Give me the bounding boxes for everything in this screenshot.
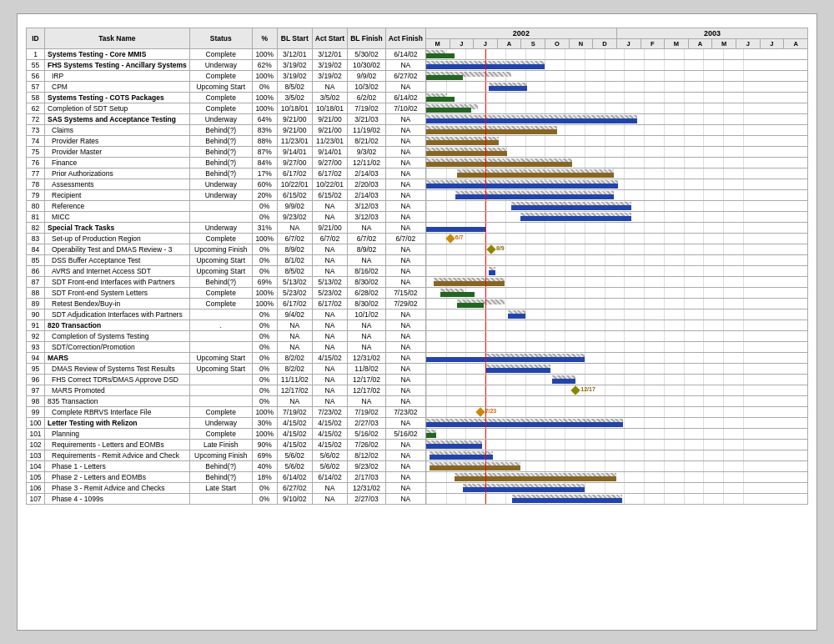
cell-pct: 100%	[252, 288, 277, 299]
table-row: 98 835 Transaction 0% NA NA NA NA	[27, 396, 808, 407]
cell-gantt	[425, 201, 807, 212]
cell-task: MARS	[45, 353, 190, 364]
cell-pct: 87%	[252, 147, 277, 158]
cell-bl-finish: 8/9/02	[348, 244, 386, 255]
cell-act-finish: 5/16/02	[385, 429, 425, 440]
cell-task: Requirements - Remit Advice and Check	[45, 450, 190, 461]
cell-act-finish: NA	[385, 494, 425, 505]
table-row: 56 IRP Complete 100% 3/19/02 3/19/02 9/9…	[27, 71, 808, 82]
cell-pct: 100%	[252, 429, 277, 440]
cell-bl-start: 12/17/02	[277, 385, 312, 396]
cell-id: 74	[27, 136, 45, 147]
cell-act-finish: NA	[385, 440, 425, 450]
cell-status: Complete	[189, 429, 252, 440]
table-row: 75 Provider Master Behind(?) 87% 9/14/01…	[27, 147, 808, 158]
table-row: 91 820 Transaction . 0% NA NA NA NA	[27, 320, 808, 331]
cell-gantt	[425, 60, 807, 71]
cell-id: 83	[27, 234, 45, 244]
cell-status: Behind(?)	[189, 277, 252, 288]
table-row: 77 Prior Authorizations Behind(?) 17% 6/…	[27, 169, 808, 179]
cell-bl-start: NA	[277, 223, 312, 234]
cell-id: 97	[27, 385, 45, 396]
cell-task: DSS Buffer Acceptance Test	[45, 255, 190, 266]
cell-status	[189, 331, 252, 342]
cell-bl-finish: 7/19/02	[348, 103, 386, 114]
cell-task: 835 Transaction	[45, 396, 190, 407]
cell-bl-finish: 2/17/03	[348, 472, 386, 483]
table-row: 76 Finance Behind(?) 84% 9/27/00 9/27/00…	[27, 158, 808, 169]
cell-task: MARS Promoted	[45, 385, 190, 396]
cell-pct: 0%	[252, 320, 277, 331]
cell-task: SDT/Correction/Promotion	[45, 342, 190, 353]
cell-act-finish: NA	[385, 277, 425, 288]
cell-gantt	[425, 277, 807, 288]
month-j1: J	[450, 39, 474, 49]
table-row: 107 Phase 4 - 1099s 0% 9/10/02 NA 2/27/0…	[27, 494, 808, 505]
cell-gantt: 12/17	[425, 385, 807, 396]
cell-pct: 100%	[252, 93, 277, 103]
cell-task: Letter Testing with Relizon	[45, 418, 190, 429]
cell-act-start: NA	[312, 375, 347, 385]
table-row: 78 Assessments Underway 60% 10/22/01 10/…	[27, 179, 808, 190]
cell-bl-finish: 2/14/03	[348, 190, 386, 201]
cell-bl-finish: 8/30/02	[348, 299, 386, 309]
cell-id: 81	[27, 212, 45, 223]
cell-id: 93	[27, 342, 45, 353]
cell-status: Behind(?)	[189, 136, 252, 147]
cell-gantt	[425, 309, 807, 320]
month-s1: S	[521, 39, 545, 49]
cell-bl-finish: 2/27/03	[348, 494, 386, 505]
cell-pct: 0%	[252, 255, 277, 266]
cell-pct: 20%	[252, 190, 277, 201]
cell-bl-finish: 8/21/02	[348, 136, 386, 147]
cell-act-finish: NA	[385, 375, 425, 385]
table-row: 83 Set-up of Production Region Complete …	[27, 234, 808, 244]
cell-status: Complete	[189, 71, 252, 82]
cell-bl-finish: 8/12/02	[348, 450, 386, 461]
cell-pct: 60%	[252, 179, 277, 190]
cell-status: Underway	[189, 223, 252, 234]
cell-status: Complete	[189, 407, 252, 418]
cell-bl-start: 6/7/02	[277, 234, 312, 244]
cell-act-start: 10/18/01	[312, 103, 347, 114]
cell-id: 101	[27, 429, 45, 440]
cell-status: Complete	[189, 93, 252, 103]
cell-pct: 100%	[252, 234, 277, 244]
table-row: 62 Completion of SDT Setup Complete 100%…	[27, 103, 808, 114]
table-row: 105 Phase 2 - Letters and EOMBs Behind(?…	[27, 472, 808, 483]
cell-pct: 0%	[252, 266, 277, 277]
cell-bl-start: 5/13/02	[277, 277, 312, 288]
cell-act-finish: NA	[385, 136, 425, 147]
cell-pct: 18%	[252, 472, 277, 483]
cell-bl-finish: 3/12/03	[348, 212, 386, 223]
cell-id: 77	[27, 169, 45, 179]
cell-task: Phase 4 - 1099s	[45, 494, 190, 505]
cell-id: 91	[27, 320, 45, 331]
cell-act-finish: NA	[385, 364, 425, 375]
cell-status: Underway	[189, 190, 252, 201]
cell-id: 94	[27, 353, 45, 364]
table-row: 74 Provider Rates Behind(?) 88% 11/23/01…	[27, 136, 808, 147]
cell-act-start: 6/7/02	[312, 234, 347, 244]
cell-bl-start: 5/6/02	[277, 450, 312, 461]
cell-id: 105	[27, 472, 45, 483]
cell-bl-finish: NA	[348, 331, 386, 342]
cell-bl-finish: 10/3/02	[348, 82, 386, 93]
cell-status	[189, 212, 252, 223]
col-bl-finish: BL Finish	[348, 28, 386, 49]
cell-act-start: 6/17/02	[312, 299, 347, 309]
cell-gantt	[425, 472, 807, 483]
table-row: 1 Systems Testing - Core MMIS Complete 1…	[27, 49, 808, 60]
table-wrapper: ID Task Name Status % BL Start Act Start…	[26, 28, 808, 505]
cell-gantt	[425, 212, 807, 223]
month-j5: J	[760, 39, 784, 49]
cell-pct: 0%	[252, 212, 277, 223]
cell-act-start: NA	[312, 201, 347, 212]
cell-act-finish: NA	[385, 266, 425, 277]
cell-task: Reference	[45, 201, 190, 212]
cell-gantt	[425, 158, 807, 169]
cell-pct: 69%	[252, 277, 277, 288]
cell-task: MICC	[45, 212, 190, 223]
cell-id: 90	[27, 309, 45, 320]
cell-bl-finish: 7/26/02	[348, 440, 386, 450]
